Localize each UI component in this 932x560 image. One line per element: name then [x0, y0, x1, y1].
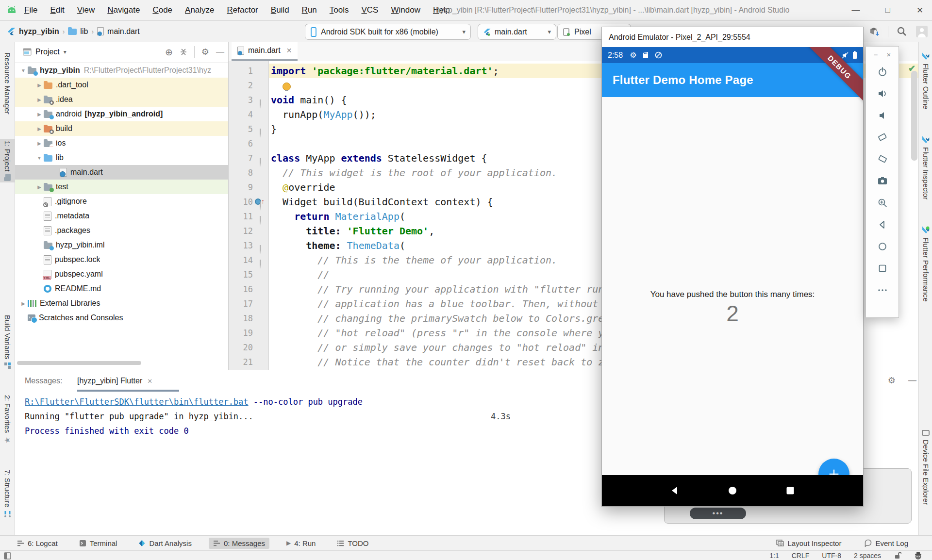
maximize-icon[interactable]: □	[882, 5, 893, 15]
nav-home-icon[interactable]	[727, 485, 738, 496]
tool-button-terminal[interactable]: Terminal	[75, 538, 122, 549]
minimize-icon[interactable]: —	[850, 5, 861, 15]
messages-tab[interactable]: [hyzp_yibin] Flutter ✕	[77, 377, 152, 385]
chevron-collapsed-icon[interactable]: ▶	[35, 184, 44, 190]
sdk-manager-icon[interactable]	[868, 26, 880, 37]
tool-tab-flutter-inspector[interactable]: Flutter Inspector	[919, 134, 932, 201]
close-icon[interactable]: ×	[887, 50, 891, 59]
breadcrumb-folder[interactable]: lib	[80, 27, 88, 36]
emulator-volume-up-icon[interactable]	[877, 88, 888, 99]
tool-button-event-log[interactable]: Event Log	[860, 538, 913, 549]
tool-tab-flutter-performance[interactable]: Flutter Performance	[919, 224, 932, 304]
nav-back-icon[interactable]	[669, 485, 681, 496]
tool-tab--project[interactable]: 1: Project	[0, 139, 15, 182]
tree-item-hyzp-yibin[interactable]: ▼hyzp_yibinR:\FlutterProject\FlutterProj…	[15, 63, 228, 78]
menu-refactor[interactable]: Refactor	[227, 5, 258, 15]
chevron-collapsed-icon[interactable]: ▶	[35, 112, 44, 117]
menu-tools[interactable]: Tools	[330, 5, 349, 15]
status-2-spaces[interactable]: 2 spaces	[854, 552, 881, 560]
tree-item--gitignore[interactable]: .gitignore	[15, 194, 228, 209]
tree-item-main-dart[interactable]: main.dart	[15, 165, 228, 180]
menu-view[interactable]: View	[77, 5, 95, 15]
menu-run[interactable]: Run	[302, 5, 317, 15]
tool-tab--favorites[interactable]: 2: Favorites★	[0, 393, 15, 446]
nav-recents-icon[interactable]	[784, 485, 796, 496]
chevron-collapsed-icon[interactable]: ▶	[35, 126, 44, 132]
close-tab-icon[interactable]: ✕	[286, 47, 292, 54]
breadcrumb-file[interactable]: main.dart	[107, 27, 140, 36]
vertical-scrollbar[interactable]	[911, 71, 917, 161]
run-config-selector[interactable]: main.dart ▾	[478, 24, 556, 40]
tree-item-build[interactable]: ▶✱build	[15, 121, 228, 136]
tool-tab--structure[interactable]: 7: Structure	[0, 468, 15, 520]
tree-item-pubspec-yaml[interactable]: YMLpubspec.yaml	[15, 267, 228, 281]
chevron-collapsed-icon[interactable]: ▶	[19, 301, 28, 306]
minimize-icon[interactable]: −	[874, 50, 878, 59]
menu-window[interactable]: Window	[391, 5, 420, 15]
menu-file[interactable]: File	[24, 5, 37, 15]
tree-item-ios[interactable]: ▶⋯ios	[15, 136, 228, 150]
tool-button-dart-analysis[interactable]: Dart Analysis	[134, 538, 196, 549]
emulator-title-bar[interactable]: Android Emulator - Pixel_2_API_29:5554	[602, 27, 863, 47]
locate-file-icon[interactable]: ⊕	[165, 47, 173, 58]
tool-tab-resource-manager[interactable]: Resource Manager	[0, 50, 15, 116]
console-file-link[interactable]: R:\Flutter\FlutterSDK\flutter\bin\flutte…	[25, 397, 249, 407]
tree-item-lib[interactable]: ▼lib	[15, 150, 228, 165]
emulator-screen[interactable]: 2:58 ⚙ Flutter Demo Home Page DEBUG You …	[602, 47, 863, 506]
emulator-rotate-left-icon[interactable]	[877, 132, 888, 143]
tree-item-scratches-and-consoles[interactable]: ›Scratches and Consoles	[15, 311, 228, 325]
tool-button-todo[interactable]: TODO	[333, 538, 373, 549]
menu-edit[interactable]: Edit	[50, 5, 64, 15]
menu-analyze[interactable]: Analyze	[185, 5, 214, 15]
more-dots-pill[interactable]: •••	[690, 508, 746, 519]
tool-button-6-logcat[interactable]: 6: Logcat	[13, 538, 62, 549]
chevron-collapsed-icon[interactable]: ▶	[35, 82, 44, 88]
tool-button-layout-inspector[interactable]: Layout Inspector	[772, 538, 846, 549]
close-icon[interactable]: ✕	[915, 5, 925, 16]
hector-icon[interactable]	[914, 552, 922, 560]
horizontal-scrollbar[interactable]	[17, 361, 141, 365]
project-view-selector[interactable]: Project ▾	[23, 48, 67, 56]
tool-window-toggle-icon[interactable]	[4, 552, 11, 560]
tool-tab-build-variants[interactable]: Build Variants	[0, 313, 15, 371]
chevron-expanded-icon[interactable]: ▼	[19, 68, 28, 73]
chevron-expanded-icon[interactable]: ▼	[35, 155, 44, 161]
tool-tab-device-file-explorer[interactable]: Device File Explorer	[919, 427, 932, 507]
tree-item--idea[interactable]: ▶✱.idea	[15, 92, 228, 107]
intention-bulb-icon[interactable]	[283, 82, 291, 91]
emulator-rotate-right-icon[interactable]	[877, 153, 888, 165]
tree-item-readme-md[interactable]: README.md	[15, 281, 228, 296]
tool-button-0-messages[interactable]: 0: Messages	[209, 538, 269, 549]
settings-gear-icon[interactable]: ⚙	[888, 375, 896, 386]
tree-item-test[interactable]: ▶test	[15, 180, 228, 194]
status-utf-8[interactable]: UTF-8	[822, 552, 841, 560]
emulator-screenshot-icon[interactable]	[877, 175, 888, 187]
emulator-volume-down-icon[interactable]	[877, 110, 888, 121]
device-selector[interactable]: Android SDK built for x86 (mobile) ▾	[305, 24, 471, 40]
search-icon[interactable]	[896, 26, 908, 37]
tree-item-hyzp-yibin-iml[interactable]: hyzp_yibin.iml	[15, 238, 228, 252]
close-icon[interactable]: ✕	[147, 378, 152, 385]
menu-navigate[interactable]: Navigate	[107, 5, 140, 15]
lock-open-icon[interactable]	[894, 552, 901, 560]
menu-build[interactable]: Build	[271, 5, 289, 15]
status-1-1[interactable]: 1:1	[769, 552, 779, 560]
menu-vcs[interactable]: VCS	[362, 5, 379, 15]
chevron-collapsed-icon[interactable]: ▶	[35, 141, 44, 146]
tree-item--metadata[interactable]: .metadata	[15, 209, 228, 223]
status-crlf[interactable]: CRLF	[792, 552, 810, 560]
emulator-overview-icon[interactable]	[877, 263, 888, 274]
hide-panel-icon[interactable]: —	[216, 47, 224, 57]
hide-panel-icon[interactable]: —	[908, 375, 916, 386]
tree-item--packages[interactable]: .packages	[15, 223, 228, 238]
emulator-power-icon[interactable]	[877, 66, 888, 78]
tree-item-android[interactable]: ▶android[hyzp_yibin_android]	[15, 107, 228, 121]
collapse-all-icon[interactable]	[180, 48, 187, 56]
tree-item--dart-tool[interactable]: ▶.dart_tool	[15, 78, 228, 92]
tree-item-pubspec-lock[interactable]: pubspec.lock	[15, 252, 228, 267]
emulator-home-icon[interactable]	[877, 241, 888, 252]
avatar-icon[interactable]	[915, 25, 928, 38]
emulator-more-icon[interactable]	[877, 284, 888, 296]
emulator-back-icon[interactable]	[877, 219, 888, 231]
breadcrumb-project[interactable]: hyzp_yibin	[19, 27, 59, 36]
